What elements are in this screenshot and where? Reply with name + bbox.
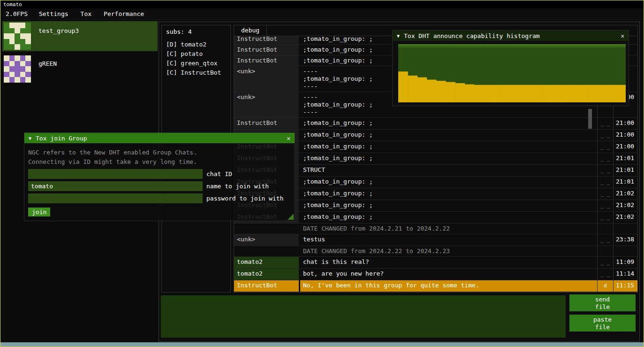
histogram-window-titlebar[interactable]: ▼ Tox DHT announce capability histogram … (393, 31, 629, 41)
join-description-line1: NGC refers to the New DHT enabled Group … (28, 148, 291, 157)
message-text: No, I've been in this group for quite so… (300, 280, 597, 292)
message-line: ;tomato_in_group: ; (303, 119, 594, 127)
message-row[interactable]: InstructBot;tomato_in_group: ;_ _21:00 (234, 118, 637, 130)
timestamp (613, 224, 637, 234)
window-titlebar[interactable]: tomato (0, 0, 644, 8)
join-name-label: name to join with (206, 183, 269, 190)
join-field-row: tomatoname to join with (28, 181, 291, 191)
date-text: DATE CHANGED from 2024.2.21 to 2024.2.22 (300, 224, 597, 234)
paste-file-button[interactable]: paste file (569, 315, 636, 332)
sender-name: tomato2 (234, 257, 299, 268)
receipt-marks (597, 224, 613, 234)
resize-grip[interactable] (288, 214, 294, 220)
sender-name: <unk> (234, 66, 299, 92)
sender-name: InstructBot (234, 55, 299, 66)
message-text: ;tomato_in_group: ; (300, 153, 597, 164)
group-sidebar: test_group3gREEN (2, 21, 158, 87)
member-item[interactable]: [C] InstructBot (162, 68, 230, 77)
receipt-marks: _ _ (597, 234, 613, 246)
group-item-gREEN[interactable]: gREEN (2, 54, 158, 84)
histogram-window-title: Tox DHT announce capability histogram (404, 32, 621, 39)
timestamp: 21:01 (613, 153, 637, 164)
message-row[interactable]: <unk>testus_ _23:38 (234, 234, 637, 246)
message-row[interactable]: InstructBotNo, I've been in this group f… (234, 280, 637, 292)
message-line: ---- (303, 108, 594, 116)
close-icon[interactable]: ✕ (621, 32, 624, 39)
message-line: ;tomato_in_group: ; (303, 213, 594, 221)
message-line: testus (303, 236, 594, 243)
sender-name: InstructBot (234, 45, 299, 55)
timestamp: 23:38 (613, 234, 637, 246)
message-text: testus (300, 234, 597, 246)
receipt-marks: _ _ (597, 118, 613, 129)
send-file-button[interactable]: send file (569, 294, 636, 311)
message-line: ;tomato_in_group: ; (303, 131, 594, 139)
sender-name: <unk> (234, 234, 299, 246)
message-text: ;tomato_in_group: ; (300, 177, 597, 188)
sender-name: InstructBot (234, 118, 299, 129)
timestamp: 11:15 (613, 280, 637, 292)
timestamp: 21:02 (613, 212, 637, 223)
join-window-body: NGC refers to the New DHT enabled Group … (24, 143, 295, 221)
join-description-line2: Connecting via ID might take a very long… (28, 157, 291, 167)
member-item[interactable]: [C] green_qtox (162, 59, 230, 68)
join-password-input[interactable] (28, 193, 203, 203)
date-separator-row[interactable]: DATE CHANGED from 2024.2.21 to 2024.2.22 (234, 224, 637, 234)
receipt-marks: _ _ (597, 257, 613, 268)
message-text: ;tomato_in_group: ; (300, 200, 597, 211)
timestamp: 21:01 (613, 177, 637, 188)
join-field-row: chat ID (28, 169, 291, 179)
sender-name: tomato2 (234, 269, 299, 280)
menu-bar: 2.0FPS Settings Tox Performance (0, 8, 644, 20)
menu-settings[interactable]: Settings (33, 10, 75, 17)
message-text: ;tomato_in_group: ; (300, 130, 597, 141)
sender-name: InstructBot (234, 36, 299, 44)
dht-histogram-chart (398, 44, 626, 102)
receipt-marks: _ _ (597, 177, 613, 188)
message-row[interactable]: tomato2bot, are you new here?_ _11:14 (234, 269, 637, 280)
message-text: ;tomato_in_group: ; (300, 188, 597, 200)
message-text: bot, are you new here? (300, 269, 597, 280)
chat-id-input[interactable] (28, 169, 203, 179)
join-field-row: password to join with (28, 193, 291, 203)
join-window-titlebar[interactable]: ▼ Tox join Group ✕ (24, 133, 295, 143)
collapse-arrow-icon[interactable]: ▼ (29, 136, 31, 141)
receipt-marks: _ _ (597, 141, 613, 153)
window-resize-edge[interactable] (0, 342, 644, 347)
timestamp: 11:14 (613, 269, 637, 280)
group-item-test_group3[interactable]: test_group3 (2, 21, 158, 51)
receipt-marks: _ _ (597, 269, 613, 280)
close-icon[interactable]: ✕ (287, 135, 290, 142)
message-text: ;tomato_in_group: ; (300, 118, 597, 129)
date-separator-row[interactable]: DATE CHANGED from 2024.2.22 to 2024.2.23 (234, 246, 637, 257)
message-text: ;tomato_in_group: ; (300, 141, 597, 153)
dht-histogram-window: ▼ Tox DHT announce capability histogram … (392, 30, 629, 106)
message-input[interactable] (161, 295, 566, 338)
group-name: test_group3 (38, 27, 79, 34)
timestamp: 21:00 (613, 118, 637, 129)
menu-tox[interactable]: Tox (75, 10, 98, 17)
tab-debug[interactable]: debug (234, 25, 267, 35)
receipt-marks: _ _ (597, 212, 613, 223)
receipt-marks (597, 246, 613, 256)
group-name: gREEN (38, 60, 57, 67)
collapse-arrow-icon[interactable]: ▼ (397, 33, 400, 39)
join-name-input[interactable]: tomato (28, 181, 203, 191)
member-list: [D] tomato2[C] potato[C] green_qtox[C] I… (162, 37, 230, 77)
join-button[interactable]: join (28, 208, 50, 216)
message-line: ;tomato_in_group: ; (303, 178, 594, 185)
message-row[interactable]: tomato2chat is this real?_ _11:09 (234, 257, 637, 269)
message-line: chat is this real? (303, 258, 594, 266)
timestamp: 21:02 (613, 200, 637, 211)
join-fields: chat IDtomatoname to join withpassword t… (28, 169, 291, 203)
member-item[interactable]: [D] tomato2 (162, 40, 230, 49)
scrollbar-thumb[interactable] (588, 109, 592, 129)
receipt-marks: _ _ (597, 188, 613, 200)
sender-name (234, 224, 299, 234)
receipt-marks: _ _ (597, 200, 613, 211)
menu-performance[interactable]: Performance (98, 10, 150, 17)
message-text: chat is this real? (300, 257, 597, 268)
chat-id-label: chat ID (206, 170, 232, 177)
timestamp (613, 246, 637, 256)
member-item[interactable]: [C] potato (162, 49, 230, 59)
